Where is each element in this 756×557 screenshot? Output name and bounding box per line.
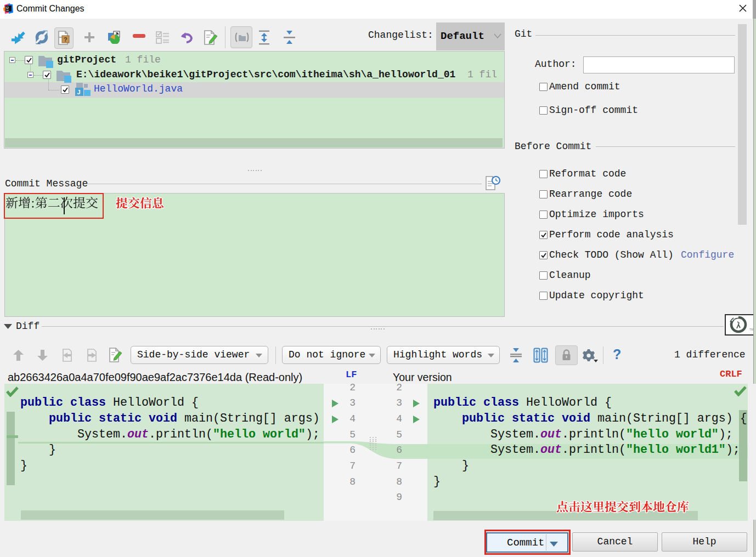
- svg-text:IJ: IJ: [6, 6, 9, 9]
- svg-text:J: J: [77, 89, 81, 95]
- svg-text:?: ?: [64, 36, 67, 43]
